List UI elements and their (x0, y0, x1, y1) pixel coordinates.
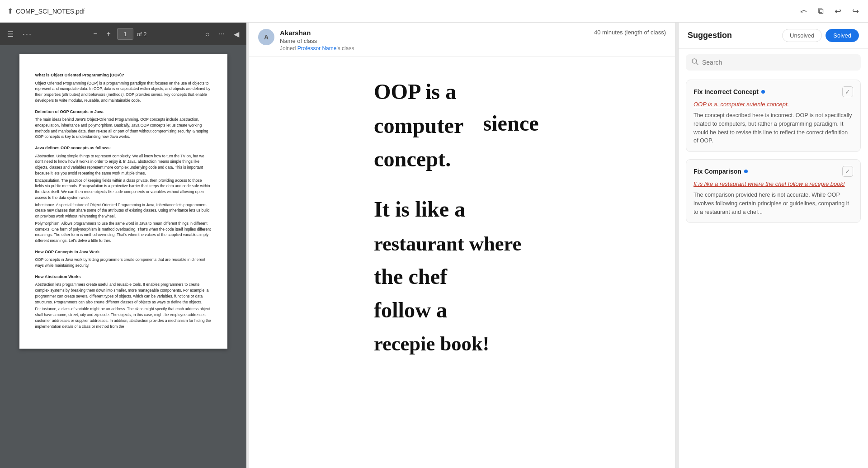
pdf-para-2: The main ideas behind Java's Object-Orie… (35, 117, 212, 140)
suggestions-panel: Suggestion Unsolved Solved Fix Incorrect… (678, 23, 868, 468)
collapse-icon[interactable]: ◀ (231, 28, 242, 40)
tab-solved[interactable]: Solved (826, 29, 859, 42)
pdf-page: What is Object Oriented Programming (OOP… (19, 54, 227, 349)
search-icon (691, 58, 698, 67)
svg-text:the    chef: the chef (374, 265, 448, 288)
pdf-para-5: Abstraction lets programmers create usef… (35, 282, 212, 305)
pdf-toolbar: ☰ ··· − + 1 of 2 ⌕ ··· ◀ (0, 23, 246, 45)
pdf-heading-3: Java defines OOP concepts as follows: (35, 145, 212, 151)
pdf-para-6: For instance, a class of variable might … (35, 306, 212, 329)
suggestion-card-2-label: Fix Comparison (693, 168, 741, 175)
svg-text:concept.: concept. (374, 147, 451, 171)
suggestion-card-1: Fix Incorrect Concept ✓ OOP is a. comput… (686, 80, 861, 152)
suggestion-card-1-label: Fix Incorrect Concept (693, 88, 759, 95)
svg-text:recepie  book!: recepie book! (374, 332, 489, 355)
handwriting-header: A Akarshan Name of class Joined Professo… (249, 23, 675, 57)
top-bar-actions: ⤺ ⧉ ↩ ↪ (798, 5, 861, 18)
pdf-heading-1: What is Object Oriented Programming (OOP… (35, 72, 212, 79)
unsolved-dot-1 (761, 90, 765, 94)
suggestion-quote-2: It is like a restaurant where the chef f… (693, 180, 853, 187)
tab-unsolved[interactable]: Unsolved (782, 29, 822, 42)
svg-text:follow  a: follow a (374, 298, 447, 322)
avatar: A (258, 29, 274, 45)
pdf-panel: ☰ ··· − + 1 of 2 ⌕ ··· ◀ What is Object … (0, 23, 246, 468)
back-icon[interactable]: ⤺ (798, 5, 809, 18)
user-info: A Akarshan Name of class Joined Professo… (258, 29, 354, 52)
suggestions-header: Suggestion Unsolved Solved (679, 23, 868, 49)
svg-text:restaurant where: restaurant where (374, 232, 521, 255)
handwriting-canvas: OOP is a computer sience concept. It is … (249, 57, 675, 468)
svg-text:It  is  like  a: It is like a (374, 197, 465, 221)
joined-text: Joined Professor Name's class (280, 45, 354, 52)
pdf-para-inheritance: Inheritance. A special feature of Object… (35, 202, 212, 219)
suggestion-text-2: The comparison provided here is not accu… (693, 191, 853, 216)
suggestion-text-1: The concept described here is incorrect.… (693, 111, 853, 145)
handwriting-svg: OOP is a computer sience concept. It is … (267, 66, 657, 359)
professor-link[interactable]: Professor Name (297, 45, 337, 52)
pdf-options-icon[interactable]: ··· (216, 28, 227, 40)
check-button-1[interactable]: ✓ (842, 86, 853, 97)
suggestion-card-2-title: Fix Comparison (693, 168, 748, 175)
suggestion-quote-1: OOP is a. computer suienle concept. (693, 101, 853, 108)
zoom-out-icon[interactable]: − (90, 28, 100, 40)
top-bar: ⬆ COMP_SCI_NOTES.pdf ⤺ ⧉ ↩ ↪ (0, 0, 868, 23)
menu-icon[interactable]: ☰ (5, 28, 16, 40)
user-details: Akarshan Name of class Joined Professor … (280, 29, 354, 52)
duplicate-icon[interactable]: ⧉ (816, 5, 826, 18)
suggestions-title: Suggestion (688, 31, 732, 40)
more-options-icon[interactable]: ··· (20, 28, 35, 41)
pdf-heading-4: How OOP Concepts in Java Work (35, 249, 212, 255)
search-pdf-icon[interactable]: ⌕ (203, 28, 212, 40)
pdf-para-polymorphism: Polymorphism. Allows programmers to use … (35, 221, 212, 244)
pdf-para-encapsulation: Encapsulation. The practice of keeping f… (35, 178, 212, 201)
svg-text:OOP  is  a: OOP is a (374, 80, 456, 104)
pdf-heading-5: How Abstraction Works (35, 274, 212, 280)
handwriting-panel: A Akarshan Name of class Joined Professo… (249, 23, 675, 468)
suggestion-card-2: Fix Comparison ✓ It is like a restaurant… (686, 159, 861, 223)
unsolved-dot-2 (744, 170, 748, 173)
class-name-label: Name of class (280, 38, 354, 44)
search-box (686, 54, 861, 71)
undo-icon[interactable]: ↩ (833, 5, 843, 18)
search-input[interactable] (702, 59, 855, 66)
upload-icon: ⬆ (7, 7, 13, 15)
user-name: Akarshan (280, 29, 354, 37)
duration-label: 40 minutes (length of class) (594, 29, 666, 36)
pdf-para-1: Object Oriented Programming (OOP) is a p… (35, 80, 212, 104)
check-button-2[interactable]: ✓ (842, 166, 853, 177)
svg-text:computer: computer (374, 113, 463, 137)
redo-icon[interactable]: ↪ (850, 5, 861, 18)
suggestion-card-2-header: Fix Comparison ✓ (693, 166, 853, 177)
zoom-in-icon[interactable]: + (104, 28, 113, 40)
pdf-para-abstraction: Abstraction. Using simple things to repr… (35, 153, 212, 176)
pdf-para-4: OOP concepts in Java work by letting pro… (35, 257, 212, 269)
pdf-content: What is Object Oriented Programming (OOP… (0, 45, 246, 468)
suggestion-card-1-header: Fix Incorrect Concept ✓ (693, 86, 853, 97)
suggestion-card-1-title: Fix Incorrect Concept (693, 88, 765, 95)
svg-line-10 (696, 63, 698, 65)
filename-label: COMP_SCI_NOTES.pdf (16, 8, 85, 15)
pdf-heading-2: Definition of OOP Concepts in Java (35, 109, 212, 115)
page-number-input[interactable]: 1 (117, 28, 133, 40)
page-of-label: of 2 (137, 31, 147, 38)
main-layout: ☰ ··· − + 1 of 2 ⌕ ··· ◀ What is Object … (0, 23, 868, 468)
suggestions-tabs: Unsolved Solved (782, 29, 859, 42)
svg-text:sience: sience (483, 111, 538, 135)
